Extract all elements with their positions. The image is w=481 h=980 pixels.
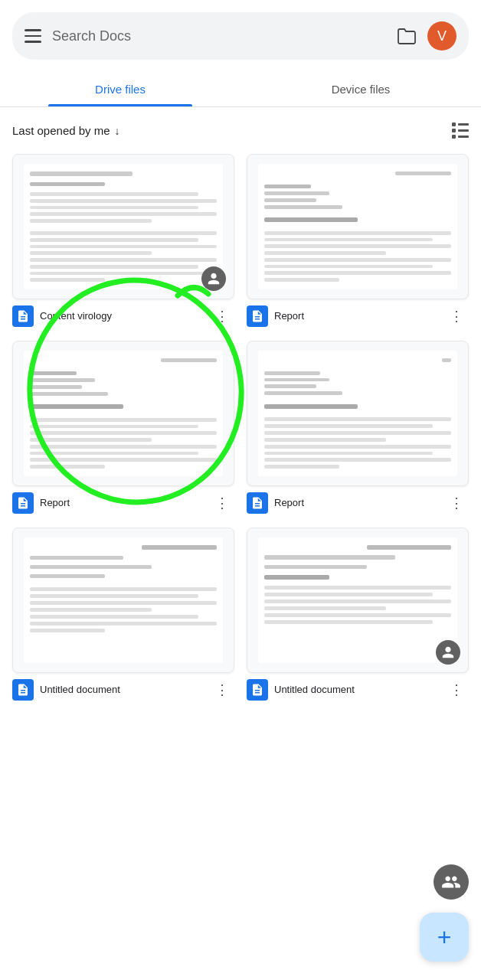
people-icon-button[interactable] [434, 864, 469, 900]
more-button-6[interactable]: ⋮ [446, 679, 467, 701]
file-name-1: Content virology [40, 309, 205, 323]
hamburger-icon[interactable] [25, 29, 41, 43]
list-item[interactable]: Untitled document ⋮ [12, 528, 234, 702]
tab-device-files[interactable]: Device files [240, 72, 481, 106]
file-name-3: Report [40, 496, 205, 510]
more-button-2[interactable]: ⋮ [446, 305, 467, 327]
list-item[interactable]: Report ⋮ [247, 154, 469, 328]
list-view-icon[interactable] [452, 122, 469, 139]
doc-type-icon-1 [12, 305, 34, 327]
list-item[interactable]: Content virology ⋮ [12, 154, 234, 328]
file-preview-6 [247, 528, 469, 673]
sort-arrow: ↓ [115, 125, 120, 137]
doc-type-icon-4 [247, 492, 268, 514]
doc-type-icon-3 [12, 492, 34, 514]
file-preview-5 [12, 528, 234, 673]
sort-label[interactable]: Last opened by me ↓ [12, 124, 120, 137]
fab-button[interactable]: + [420, 913, 469, 962]
app-container: Search Docs V Drive files Device files L… [0, 0, 481, 779]
search-input[interactable]: Search Docs [52, 28, 386, 44]
doc-type-icon-5 [12, 679, 34, 701]
file-name-6: Untitled document [274, 683, 440, 697]
doc-type-icon-2 [247, 305, 268, 327]
search-bar[interactable]: Search Docs V [12, 12, 469, 60]
more-button-4[interactable]: ⋮ [446, 492, 467, 514]
doc-type-icon-6 [247, 679, 268, 701]
tab-drive-files[interactable]: Drive files [0, 72, 240, 106]
list-item[interactable]: Report ⋮ [247, 341, 469, 515]
file-name-4: Report [274, 496, 440, 510]
file-preview-2 [247, 154, 469, 299]
avatar[interactable]: V [427, 21, 456, 51]
file-name-5: Untitled document [40, 683, 205, 697]
file-preview-3 [12, 341, 234, 486]
file-preview-4 [247, 341, 469, 486]
more-button-5[interactable]: ⋮ [211, 679, 233, 701]
more-button-3[interactable]: ⋮ [211, 492, 233, 514]
shared-person-icon-6 [436, 640, 460, 665]
file-name-2: Report [274, 309, 440, 323]
sort-bar: Last opened by me ↓ [0, 107, 481, 146]
more-button-1[interactable]: ⋮ [211, 305, 233, 327]
file-grid: Content virology ⋮ [0, 146, 481, 779]
header: Search Docs V [0, 0, 481, 67]
list-item[interactable]: Untitled document ⋮ [247, 528, 469, 702]
folder-icon[interactable] [397, 28, 417, 44]
shared-person-icon-1 [201, 266, 226, 291]
file-preview-1 [12, 154, 234, 299]
tabs-container: Drive files Device files [0, 72, 481, 107]
list-item[interactable]: Report ⋮ [12, 341, 234, 515]
